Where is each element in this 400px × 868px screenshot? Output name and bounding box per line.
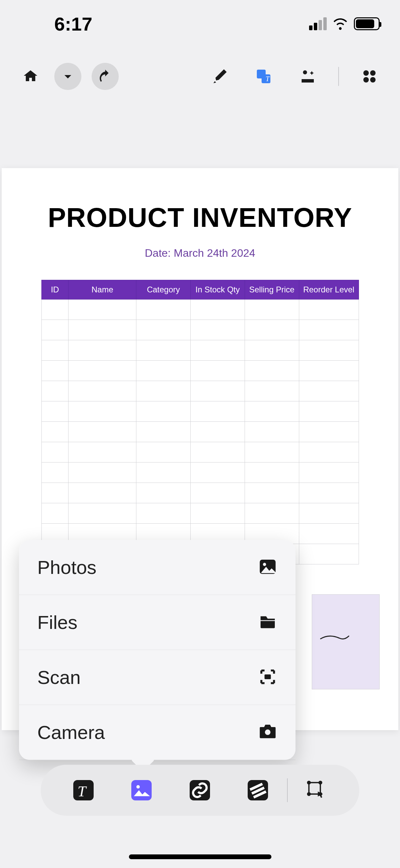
translate-button[interactable]: T [250,63,277,90]
table-cell[interactable] [299,483,359,503]
table-cell[interactable] [41,422,69,442]
table-cell[interactable] [41,401,69,422]
table-cell[interactable] [245,401,299,422]
undo-button[interactable] [92,63,119,90]
table-row[interactable] [41,340,359,361]
table-cell[interactable] [136,340,191,361]
table-cell[interactable] [299,503,359,524]
table-cell[interactable] [69,422,136,442]
table-cell[interactable] [245,422,299,442]
table-cell[interactable] [299,361,359,381]
table-row[interactable] [41,401,359,422]
table-cell[interactable] [299,320,359,340]
table-cell[interactable] [299,300,359,320]
table-cell[interactable] [136,300,191,320]
table-cell[interactable] [136,463,191,483]
table-cell[interactable] [69,401,136,422]
table-row[interactable] [41,483,359,503]
table-cell[interactable] [41,320,69,340]
table-cell[interactable] [191,340,245,361]
table-row[interactable] [41,300,359,320]
table-cell[interactable] [245,463,299,483]
table-cell[interactable] [136,422,191,442]
table-cell[interactable] [191,401,245,422]
table-cell[interactable] [136,381,191,401]
table-cell[interactable] [41,483,69,503]
signature-field[interactable] [312,594,380,689]
table-row[interactable] [41,381,359,401]
table-cell[interactable] [245,483,299,503]
table-row[interactable] [41,463,359,483]
table-cell[interactable] [191,361,245,381]
table-cell[interactable] [136,442,191,463]
table-cell[interactable] [41,463,69,483]
table-cell[interactable] [191,503,245,524]
table-cell[interactable] [245,361,299,381]
th-id: ID [41,280,69,300]
link-insert-tool[interactable] [171,780,229,800]
table-cell[interactable] [299,340,359,361]
table-cell[interactable] [299,401,359,422]
table-cell[interactable] [245,503,299,524]
table-cell[interactable] [69,320,136,340]
table-cell[interactable] [41,340,69,361]
table-cell[interactable] [136,361,191,381]
table-row[interactable] [41,422,359,442]
table-cell[interactable] [136,483,191,503]
table-cell[interactable] [69,483,136,503]
apps-grid-button[interactable] [356,63,383,90]
style-fill-tool[interactable] [229,780,287,800]
table-cell[interactable] [299,381,359,401]
popup-item-files[interactable]: Files [19,595,296,650]
table-cell[interactable] [245,340,299,361]
table-cell[interactable] [245,320,299,340]
table-cell[interactable] [69,300,136,320]
popup-item-photos[interactable]: Photos [19,540,296,595]
popup-item-scan[interactable]: Scan [19,650,296,705]
table-cell[interactable] [191,422,245,442]
home-button[interactable] [17,63,44,90]
table-cell[interactable] [299,422,359,442]
table-cell[interactable] [136,401,191,422]
table-cell[interactable] [41,361,69,381]
table-cell[interactable] [299,463,359,483]
home-indicator[interactable] [129,854,271,859]
magic-button[interactable] [294,63,321,90]
table-cell[interactable] [69,442,136,463]
select-tool[interactable] [288,780,346,800]
table-cell[interactable] [245,442,299,463]
table-cell[interactable] [136,320,191,340]
table-cell[interactable] [299,524,359,544]
table-row[interactable] [41,503,359,524]
table-row[interactable] [41,361,359,381]
table-cell[interactable] [299,544,359,564]
image-insert-tool[interactable] [112,780,170,800]
table-cell[interactable] [69,503,136,524]
table-cell[interactable] [136,503,191,524]
svg-point-5 [370,70,376,76]
table-cell[interactable] [41,503,69,524]
table-cell[interactable] [191,463,245,483]
table-cell[interactable] [191,381,245,401]
table-cell[interactable] [299,442,359,463]
table-cell[interactable] [41,381,69,401]
inventory-table[interactable]: ID Name Category In Stock Qty Selling Pr… [41,280,359,564]
table-cell[interactable] [41,442,69,463]
table-cell[interactable] [245,381,299,401]
table-cell[interactable] [191,300,245,320]
table-cell[interactable] [191,483,245,503]
table-cell[interactable] [69,463,136,483]
table-row[interactable] [41,442,359,463]
highlighter-button[interactable] [206,63,233,90]
table-cell[interactable] [41,300,69,320]
table-cell[interactable] [69,381,136,401]
text-style-tool[interactable]: T [54,780,112,800]
table-cell[interactable] [191,320,245,340]
dropdown-button[interactable] [54,63,81,90]
table-row[interactable] [41,320,359,340]
table-cell[interactable] [69,361,136,381]
table-cell[interactable] [245,300,299,320]
table-cell[interactable] [69,340,136,361]
table-cell[interactable] [191,442,245,463]
popup-item-camera[interactable]: Camera [19,705,296,760]
